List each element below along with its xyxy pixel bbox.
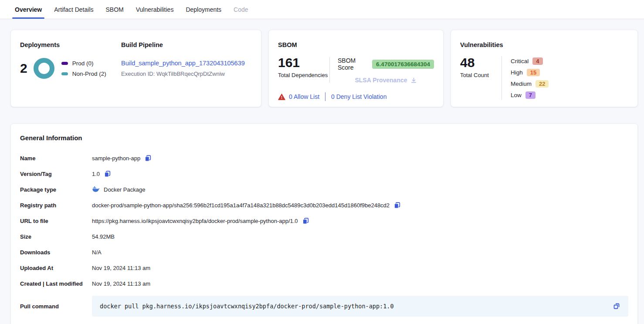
row-name: Name sample-python-app xyxy=(20,150,628,166)
vulnerabilities-total-label: Total Count xyxy=(460,72,502,78)
version-value: 1.0 xyxy=(92,171,100,177)
row-uploaded-at: Uploaded At Nov 19, 2024 11:13 am xyxy=(20,260,628,276)
legend-item-prod: Prod (0) xyxy=(61,60,106,67)
artifact-tabbar: Overview Artifact Details SBOM Vulnerabi… xyxy=(0,0,644,19)
copy-version-button[interactable] xyxy=(104,170,111,178)
deployments-title: Deployments xyxy=(20,41,121,48)
row-registry-path: Registry path docker-prod/sample-python-… xyxy=(20,197,628,213)
size-label: Size xyxy=(20,233,92,240)
sbom-score-label: SBOM Score xyxy=(338,57,368,71)
deployments-legend: Prod (0) Non-Prod (2) xyxy=(61,60,106,77)
row-created-modified: Created | Last modified Nov 19, 2024 11:… xyxy=(20,276,628,291)
medium-label: Medium xyxy=(511,81,532,87)
uploaded-at-value: Nov 19, 2024 11:13 am xyxy=(92,265,150,271)
sbom-card: SBOM 161 Total Dependencies SBOM Score 6… xyxy=(268,30,444,107)
warning-triangle-icon xyxy=(278,94,285,100)
row-pull-command: Pull command docker pull pkg.harness.io/… xyxy=(20,296,628,317)
name-value: sample-python-app xyxy=(92,155,140,162)
slsa-provenance-button[interactable]: SLSA Provenance xyxy=(338,77,434,84)
name-label: Name xyxy=(20,155,92,162)
pipeline-link[interactable]: Build_sample_python_app_1732043105639 xyxy=(121,60,245,67)
tab-artifact-details[interactable]: Artifact Details xyxy=(53,0,94,19)
high-label: High xyxy=(511,69,523,76)
deployments-card: Deployments 2 Prod (0) Non-Prod (2) Buil… xyxy=(10,30,261,107)
vulnerabilities-card: Vulnerabilities 48 Total Count Critical … xyxy=(451,30,638,107)
prod-label: Prod (0) xyxy=(72,60,94,67)
nonprod-marker xyxy=(61,72,68,75)
created-modified-label: Created | Last modified xyxy=(20,280,92,287)
deployments-donut-chart xyxy=(34,58,54,79)
nonprod-label: Non-Prod (2) xyxy=(72,71,106,77)
downloads-value: N/A xyxy=(92,249,102,256)
row-version: Version/Tag 1.0 xyxy=(20,166,628,182)
downloads-label: Downloads xyxy=(20,249,92,256)
row-size: Size 54.92MB xyxy=(20,229,628,244)
deny-list-link[interactable]: 0 Deny List Violation xyxy=(331,93,386,100)
uploaded-at-label: Uploaded At xyxy=(20,265,92,271)
medium-count-badge: 22 xyxy=(536,80,549,88)
slsa-provenance-label: SLSA Provenance xyxy=(355,77,407,84)
row-downloads: Downloads N/A xyxy=(20,244,628,260)
execution-id: Execution ID: WqkTilbBRqecQrpDtZwniw xyxy=(121,71,252,77)
sbom-score-badge: 6.470017636684304 xyxy=(372,60,434,69)
low-count-badge: 7 xyxy=(525,91,536,99)
size-value: 54.92MB xyxy=(92,233,115,240)
copy-registry-path-button[interactable] xyxy=(393,202,401,209)
legend-item-nonprod: Non-Prod (2) xyxy=(61,71,106,77)
sbom-title: SBOM xyxy=(278,41,434,48)
pull-command-value: docker pull pkg.harness.io/ikpsjoavtcwxn… xyxy=(100,303,394,310)
deployments-section: Deployments 2 Prod (0) Non-Prod (2) xyxy=(20,41,121,107)
vulnerabilities-divider xyxy=(502,56,502,100)
package-type-label: Package type xyxy=(20,186,92,193)
severity-row-medium: Medium 22 xyxy=(511,79,549,88)
summary-cards-row: Deployments 2 Prod (0) Non-Prod (2) Buil… xyxy=(10,30,638,107)
severity-list: Critical 4 High 15 Medium 22 Low 7 xyxy=(511,56,549,100)
tab-deployments[interactable]: Deployments xyxy=(185,0,222,19)
critical-count-badge: 4 xyxy=(532,57,542,65)
version-label: Version/Tag xyxy=(20,171,92,177)
severity-row-high: High 15 xyxy=(511,68,549,77)
vulnerabilities-total-count: 48 xyxy=(460,56,502,69)
total-dependencies-label: Total Dependencies xyxy=(278,72,329,78)
copy-pull-command-button[interactable] xyxy=(613,302,620,310)
download-icon xyxy=(410,77,417,84)
copy-url-button[interactable] xyxy=(302,217,309,225)
severity-row-critical: Critical 4 xyxy=(511,57,549,66)
registry-path-label: Registry path xyxy=(20,202,92,209)
url-to-file-value: https://pkg.harness.io/ikpsjoavtcwxnqisy… xyxy=(92,218,298,224)
pull-command-label: Pull command xyxy=(20,303,92,310)
pull-command-block: docker pull pkg.harness.io/ikpsjoavtcwxn… xyxy=(92,296,628,317)
build-pipeline-title: Build Pipeline xyxy=(121,41,252,48)
created-modified-value: Nov 19, 2024 11:13 am xyxy=(92,280,150,287)
allow-list-link[interactable]: 0 Allow List xyxy=(289,93,319,100)
tab-sbom[interactable]: SBOM xyxy=(105,0,125,19)
vulnerabilities-title: Vulnerabilities xyxy=(460,41,628,48)
url-to-file-label: URL to file xyxy=(20,218,92,224)
low-label: Low xyxy=(511,92,522,98)
row-package-type: Package type Docker Package xyxy=(20,182,628,197)
severity-row-low: Low 7 xyxy=(511,91,549,100)
critical-label: Critical xyxy=(511,58,529,64)
high-count-badge: 15 xyxy=(527,69,540,76)
tab-vulnerabilities[interactable]: Vulnerabilities xyxy=(135,0,175,19)
general-information-title: General Information xyxy=(20,134,628,142)
docker-icon xyxy=(92,186,100,192)
general-information-card: General Information Name sample-python-a… xyxy=(10,123,638,324)
copy-name-button[interactable] xyxy=(144,155,152,162)
links-divider xyxy=(325,92,325,101)
deployments-total: 2 xyxy=(20,62,27,75)
prod-marker xyxy=(61,62,68,65)
registry-path-value: docker-prod/sample-python-app/sha256:596… xyxy=(92,202,390,209)
tab-overview[interactable]: Overview xyxy=(14,0,43,19)
row-url-to-file: URL to file https://pkg.harness.io/ikpsj… xyxy=(20,213,628,229)
package-type-value: Docker Package xyxy=(104,186,145,193)
total-dependencies-count: 161 xyxy=(278,56,329,69)
build-pipeline-section: Build Pipeline Build_sample_python_app_1… xyxy=(121,41,252,107)
tab-code[interactable]: Code xyxy=(233,0,249,19)
